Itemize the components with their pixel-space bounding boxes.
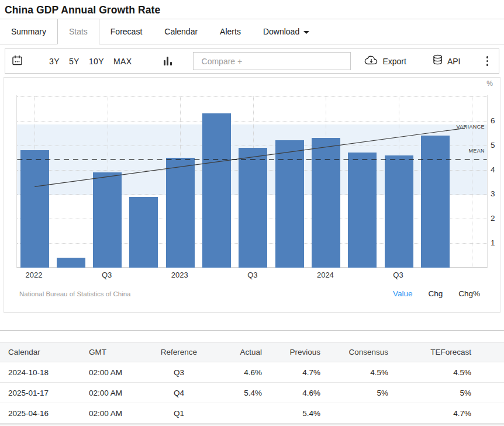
cell-gmt: 02:00 AM xyxy=(82,362,151,383)
next-section-edge xyxy=(0,424,504,425)
cell-calendar: 2024-10-18 xyxy=(0,362,82,383)
toolbar-right: Export API xyxy=(364,54,499,68)
chart-type-button[interactable] xyxy=(164,57,172,65)
x-tick-label: 2022 xyxy=(16,271,51,279)
cell-actual: 5.4% xyxy=(207,383,271,403)
tab-forecast[interactable]: Forecast xyxy=(99,19,153,44)
table-body: 2024-10-1802:00 AMQ34.6%4.7%4.5%4.5%2025… xyxy=(0,362,504,424)
plot-area[interactable] xyxy=(16,95,488,268)
x-tick-label: Q3 xyxy=(381,271,416,279)
y-tick-label: 4 xyxy=(491,165,504,174)
table-row[interactable]: 2025-04-1602:00 AMQ15.4%4.7% xyxy=(0,403,504,424)
bar-chart-icon xyxy=(164,57,172,65)
cloud-download-icon xyxy=(364,56,378,67)
cell-reference: Q4 xyxy=(151,383,207,403)
cell-reference: Q1 xyxy=(151,403,207,424)
chart-card: % VARIANCE MEAN National Bureau of Stati… xyxy=(4,77,500,313)
export-label: Export xyxy=(382,57,406,66)
mode-link-chg[interactable]: Chg xyxy=(428,289,443,298)
cell-teforecast: 4.7% xyxy=(395,403,504,424)
table-row[interactable]: 2024-10-1802:00 AMQ34.6%4.7%4.5%4.5% xyxy=(0,362,504,383)
table-header-row: CalendarGMTReferenceActualPreviousConsen… xyxy=(0,342,504,362)
export-button[interactable]: Export xyxy=(364,56,406,67)
column-header-consensus: Consensus xyxy=(330,342,395,362)
tab-bar: SummaryStatsForecastCalendarAlertsDownlo… xyxy=(0,19,504,44)
cell-consensus xyxy=(330,403,395,424)
calendar-table: CalendarGMTReferenceActualPreviousConsen… xyxy=(0,342,504,424)
cell-calendar: 2025-01-17 xyxy=(0,383,82,403)
cell-consensus: 5% xyxy=(330,383,395,403)
column-header-calendar: Calendar xyxy=(0,342,82,362)
cell-actual xyxy=(207,403,271,424)
range-button-5y[interactable]: 5Y xyxy=(64,57,84,66)
chart-toolbar: 3Y5Y10YMAX Export xyxy=(5,49,499,74)
mode-link-chgpct[interactable]: Chg% xyxy=(458,289,480,298)
range-button-10y[interactable]: 10Y xyxy=(84,57,109,66)
variance-trend-line xyxy=(34,128,465,186)
section-divider xyxy=(0,330,504,331)
tab-alerts[interactable]: Alerts xyxy=(209,19,252,44)
tab-download[interactable]: Download xyxy=(252,19,320,44)
title-bar: China GDP Annual Growth Rate xyxy=(0,0,504,19)
y-tick-label: 6 xyxy=(491,116,504,125)
cell-previous: 5.4% xyxy=(271,403,330,424)
table-row[interactable]: 2025-01-1702:00 AMQ45.4%4.6%5%5% xyxy=(0,383,504,403)
cell-calendar: 2025-04-16 xyxy=(0,403,82,424)
column-header-actual: Actual xyxy=(207,342,271,362)
range-buttons: 3Y5Y10YMAX xyxy=(44,57,137,66)
kebab-menu-icon[interactable] xyxy=(486,56,489,66)
cell-gmt: 02:00 AM xyxy=(82,403,151,424)
column-header-teforecast: TEForecast xyxy=(395,342,504,362)
api-label: API xyxy=(447,57,461,66)
range-button-3y[interactable]: 3Y xyxy=(44,57,64,66)
range-button-max[interactable]: MAX xyxy=(109,57,137,66)
compare-input[interactable] xyxy=(193,52,351,70)
variance-label: VARIANCE xyxy=(456,124,485,130)
database-icon xyxy=(432,54,443,68)
series-mode-links: ValueChgChg% xyxy=(393,289,480,298)
chart-lines-overlay xyxy=(17,95,487,267)
caret-down-icon xyxy=(303,31,309,34)
column-header-reference: Reference xyxy=(151,342,207,362)
page-title: China GDP Annual Growth Rate xyxy=(5,4,499,16)
cell-consensus: 4.5% xyxy=(330,362,395,383)
y-tick-label: 3 xyxy=(491,189,504,198)
y-tick-label: 5 xyxy=(491,141,504,150)
cell-previous: 4.7% xyxy=(271,362,330,383)
tab-calendar[interactable]: Calendar xyxy=(153,19,209,44)
tab-stats[interactable]: Stats xyxy=(57,19,99,44)
x-tick-label: Q3 xyxy=(89,271,125,279)
cell-reference: Q3 xyxy=(151,362,207,383)
mean-label: MEAN xyxy=(468,148,485,154)
mode-link-value[interactable]: Value xyxy=(393,289,413,298)
cell-gmt: 02:00 AM xyxy=(82,383,151,403)
column-header-previous: Previous xyxy=(271,342,330,362)
calendar-button[interactable] xyxy=(11,54,23,68)
cell-teforecast: 4.5% xyxy=(395,362,504,383)
column-header-gmt: GMT xyxy=(82,342,151,362)
cell-actual: 4.6% xyxy=(207,362,271,383)
tab-summary[interactable]: Summary xyxy=(0,19,57,44)
x-tick-label: Q3 xyxy=(235,271,270,279)
cell-previous: 4.6% xyxy=(271,383,330,403)
y-axis-unit: % xyxy=(486,79,493,88)
y-tick-label: 1 xyxy=(491,238,504,247)
x-tick-label: 2023 xyxy=(162,271,197,279)
cell-teforecast: 5% xyxy=(395,383,504,403)
y-tick-label: 2 xyxy=(491,214,504,223)
chart-source: National Bureau of Statistics of China xyxy=(19,290,131,297)
x-tick-label: 2024 xyxy=(308,271,343,279)
calendar-icon xyxy=(11,54,23,68)
api-button[interactable]: API xyxy=(432,54,461,68)
